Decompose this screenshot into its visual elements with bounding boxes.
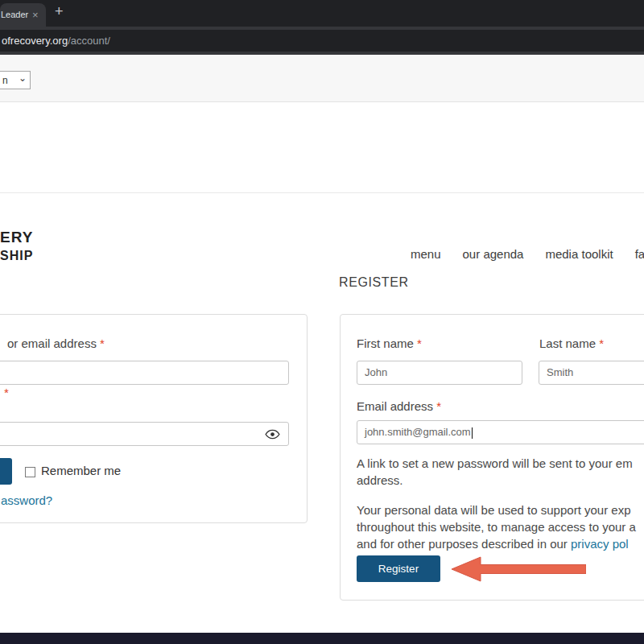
login-form-panel: or email address * * Remember me assword… <box>0 314 308 523</box>
register-button[interactable]: Register <box>357 555 440 582</box>
new-tab-icon[interactable]: + <box>55 3 64 20</box>
annotation-arrow-icon <box>452 556 586 582</box>
privacy-line3: and for other purposes described in our … <box>357 535 636 552</box>
required-asterisk: * <box>599 336 604 350</box>
remember-me-checkbox[interactable] <box>25 467 35 477</box>
privacy-line3-prefix: and for other purposes described in our <box>357 537 571 551</box>
required-asterisk: * <box>100 336 105 350</box>
required-asterisk: * <box>436 399 441 413</box>
login-button[interactable] <box>0 458 12 485</box>
nav-item-menu[interactable]: menu <box>411 247 441 261</box>
nav-item-media-toolkit[interactable]: media toolkit <box>545 247 613 261</box>
show-password-eye-icon[interactable] <box>265 429 280 440</box>
last-name-label: Last name * <box>539 336 604 350</box>
privacy-line2: throughout this website, to manage acces… <box>357 518 636 535</box>
site-logo[interactable]: ERY SHIP <box>0 229 33 262</box>
register-heading: REGISTER <box>339 275 409 290</box>
logo-text-line2: SHIP <box>0 249 33 263</box>
browser-address-bar: ofrecovery.org/account/ <box>0 27 644 55</box>
first-name-input[interactable]: John <box>357 361 522 385</box>
password-required-asterisk: * <box>4 386 9 399</box>
email-input[interactable]: john.smith@gmail.com <box>357 420 644 444</box>
username-label: or email address * <box>7 336 105 350</box>
language-select[interactable]: n ⌄ <box>0 71 31 89</box>
site-header: ERY SHIP menu our agenda media toolkit f… <box>0 102 644 193</box>
privacy-policy-link[interactable]: privacy pol <box>571 537 629 551</box>
privacy-note-text: Your personal data will be used to suppo… <box>357 502 636 552</box>
chevron-down-icon: ⌄ <box>19 72 27 84</box>
url-path: /account/ <box>68 35 110 47</box>
first-name-label-text: First name <box>357 336 414 350</box>
password-input[interactable] <box>0 422 289 446</box>
note-line2: address. <box>357 472 633 489</box>
tab-close-icon[interactable]: × <box>32 9 39 21</box>
password-note-text: A link to set a new password will be sen… <box>357 455 633 489</box>
omnibox[interactable]: ofrecovery.org/account/ <box>0 30 644 52</box>
language-value: n <box>2 75 8 86</box>
username-label-text: or email address <box>7 336 97 350</box>
tab-title: Leader <box>1 10 28 19</box>
nav-item-our-agenda[interactable]: our agenda <box>463 247 524 261</box>
lost-password-link[interactable]: assword? <box>1 493 52 507</box>
email-input-value: john.smith@gmail.com <box>365 426 471 438</box>
page-footer <box>0 633 644 644</box>
email-label: Email address * <box>357 399 441 413</box>
browser-tab-bar: Leader × + <box>0 0 644 27</box>
last-name-input[interactable]: Smith <box>539 361 644 385</box>
note-line1: A link to set a new password will be sen… <box>357 455 633 472</box>
url-domain: ofrecovery.org <box>2 35 68 47</box>
browser-tab[interactable]: Leader × <box>0 3 46 27</box>
username-input[interactable] <box>0 361 289 385</box>
register-form-panel: First name * John Last name * Smith Emai… <box>340 314 644 601</box>
text-cursor <box>472 427 473 439</box>
privacy-line1: Your personal data will be used to suppo… <box>357 502 636 518</box>
nav-item-faq[interactable]: fa <box>635 247 644 261</box>
utility-bar: n ⌄ CREATE AN <box>0 55 644 102</box>
url-text[interactable]: ofrecovery.org/account/ <box>2 35 110 47</box>
last-name-label-text: Last name <box>539 336 596 350</box>
required-asterisk: * <box>417 336 422 350</box>
logo-text-line1: ERY <box>0 229 33 246</box>
email-label-text: Email address <box>357 399 433 413</box>
first-name-label: First name * <box>357 336 422 350</box>
remember-me-label: Remember me <box>41 464 121 477</box>
main-nav: menu our agenda media toolkit fa <box>411 247 644 261</box>
